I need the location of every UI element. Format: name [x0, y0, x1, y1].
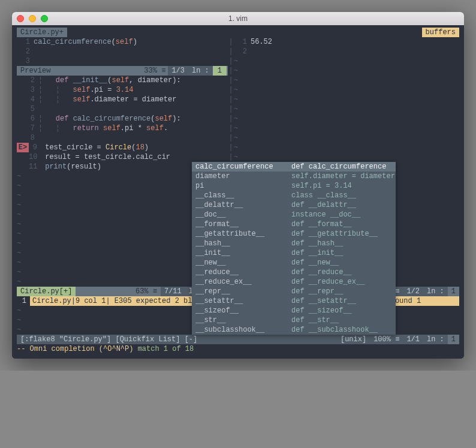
qf-status-ln: ln : [423, 335, 448, 344]
completion-item[interactable]: __init__def __init__ [192, 248, 396, 258]
preview-code: 2¦ def __init__(self, diameter):|~3¦ ¦ s… [17, 76, 459, 143]
preview-ln: ln : [188, 66, 213, 76]
code-line[interactable]: 10 result = test_circle.calc_cir [17, 152, 228, 162]
status-ln-right: ln : [423, 287, 448, 296]
completion-item[interactable]: __delattr__def __delattr__ [192, 200, 396, 210]
completion-item[interactable]: __subclasshook__def __subclasshook__ [192, 325, 396, 335]
terminal[interactable]: Circle.py+ buffers 1calc_circumference(s… [12, 25, 464, 359]
completion-item[interactable]: calc_circumferencedef calc_circumference [192, 162, 396, 172]
command-line: -- Omni completion (^O^N^P) match 1 of 1… [17, 344, 459, 354]
preview-frac: 1/3 [168, 66, 188, 76]
completion-item[interactable]: __repr__def __repr__ [192, 287, 396, 296]
right-tilde-row: ~ [234, 66, 459, 76]
status-frac-left: 7/11 [161, 287, 185, 296]
code-line[interactable]: E>9 test_circle = Circle(18) [17, 143, 228, 152]
completion-item[interactable]: __doc__instance __doc__ [192, 210, 396, 220]
tab-active[interactable]: Circle.py+ [17, 28, 67, 37]
qf-status-left: [:flake8 "Circle.py"] [Quickfix List] [-… [17, 335, 201, 344]
status-frac-right: 1/2 [403, 287, 423, 296]
completion-item[interactable]: __hash__def __hash__ [192, 239, 396, 248]
completion-item[interactable]: piself.pi = 3.14 [192, 181, 396, 191]
status-col-right: 1 [448, 287, 459, 296]
completion-item[interactable]: __str__def __str__ [192, 315, 396, 325]
completion-item[interactable]: __setattr__def __setattr__ [192, 296, 396, 306]
qf-status-frac: 1/1 [403, 335, 423, 344]
app-window: 1. vim Circle.py+ buffers 1calc_circumfe… [12, 12, 464, 359]
window-title: 1. vim [12, 14, 464, 23]
vsplit-divider: | [228, 66, 234, 76]
preview-label: Preview [18, 66, 53, 76]
completion-item[interactable]: __sizeof__def __sizeof__ [192, 306, 396, 315]
tabline: Circle.py+ buffers [17, 28, 459, 37]
preview-status-row: Preview 33% ≡ 1/3 ln : 1 | ~ [17, 66, 459, 76]
status-file-left: Circle.py[+] [17, 287, 76, 296]
completion-item[interactable]: __reduce__def __reduce__ [192, 267, 396, 277]
preview-col: 1 [213, 66, 227, 76]
preview-statusbar: Preview 33% ≡ 1/3 ln : 1 [17, 66, 228, 76]
titlebar[interactable]: 1. vim [12, 12, 464, 25]
completion-item[interactable]: __reduce_ex__def __reduce_ex__ [192, 277, 396, 287]
qf-status-pct: 100% ≡ [370, 335, 403, 344]
completion-item[interactable]: diameterself.diameter = diameter [192, 172, 396, 181]
top-split: 1calc_circumference(self)|156.522|23|~ [17, 37, 459, 66]
preview-pct: 33% ≡ [141, 66, 168, 76]
qf-line-number: 1 [17, 296, 30, 306]
completion-item[interactable]: __class__class __class__ [192, 191, 396, 200]
completion-item[interactable]: __getattribute__def __getattribute__ [192, 229, 396, 239]
qf-status-unix: [unix] [337, 335, 370, 344]
quickfix-statusbar: [:flake8 "Circle.py"] [Quickfix List] [-… [17, 335, 459, 344]
status-pct-left: 63% ≡ [132, 287, 161, 296]
completion-popup[interactable]: calc_circumferencedef calc_circumference… [192, 162, 396, 335]
error-sign-icon: E> [17, 143, 29, 152]
completion-item[interactable]: __new__def __new__ [192, 258, 396, 267]
tab-buffers[interactable]: buffers [422, 28, 459, 37]
completion-item[interactable]: __format__def __format__ [192, 220, 396, 229]
qf-status-col: 1 [448, 335, 459, 344]
